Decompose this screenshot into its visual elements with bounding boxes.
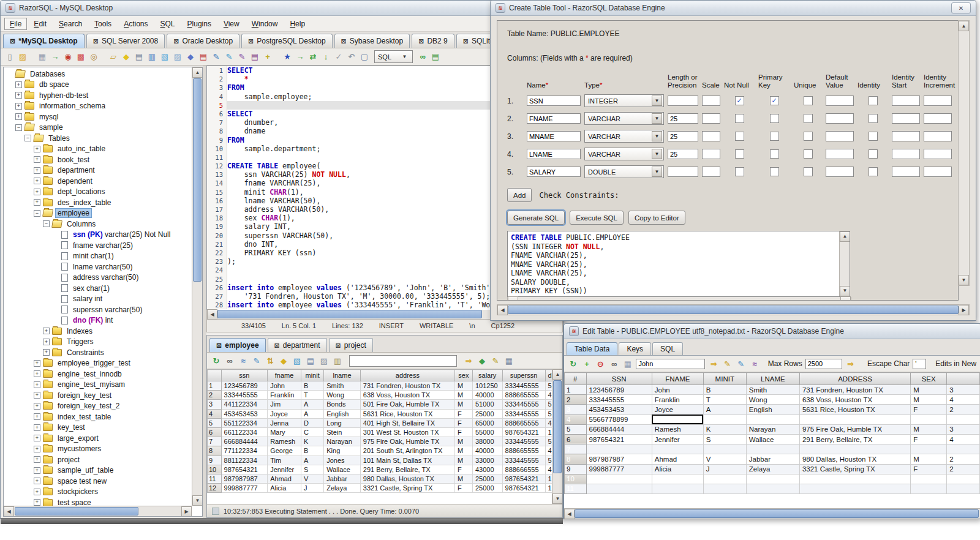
- key-icon[interactable]: +: [262, 51, 273, 62]
- table-row[interactable]: 45566778899: [565, 414, 980, 424]
- expand-icon[interactable]: +: [34, 467, 40, 474]
- identity-checkbox[interactable]: [869, 167, 878, 176]
- tree-item-project[interactable]: +project: [4, 454, 192, 465]
- unique-checkbox[interactable]: [804, 167, 813, 176]
- create-hscroll-thumb[interactable]: [508, 306, 959, 314]
- edit-cell[interactable]: M: [911, 385, 947, 395]
- copy-document-icon[interactable]: ▨: [172, 51, 183, 62]
- not-null-checkbox[interactable]: [735, 114, 744, 123]
- edit-cell[interactable]: [746, 474, 799, 484]
- edit-cell[interactable]: 291 Berry, Bellaire, TX: [799, 434, 910, 444]
- edit-cell[interactable]: Franklin: [652, 395, 703, 405]
- identity-start-input[interactable]: [892, 113, 920, 124]
- tab-close-icon[interactable]: ⊠: [463, 38, 469, 45]
- column-list-icon[interactable]: ▤: [305, 355, 316, 366]
- menu-item-tools[interactable]: Tools: [89, 18, 117, 30]
- escape-char-input[interactable]: [913, 359, 926, 369]
- edit-cell[interactable]: Zelaya: [746, 464, 799, 474]
- scroll-down-icon[interactable]: ▼: [552, 493, 562, 504]
- tree-item-sample[interactable]: −sample: [4, 122, 192, 133]
- results-column-header[interactable]: salary: [472, 370, 502, 381]
- not-null-checkbox[interactable]: [735, 167, 744, 176]
- tree-vscroll-thumb[interactable]: [193, 78, 202, 282]
- column-type-dropdown[interactable]: VARCHAR▼: [584, 148, 664, 160]
- row-number[interactable]: 8: [565, 454, 587, 464]
- unique-checkbox[interactable]: [804, 96, 813, 105]
- edit-cell[interactable]: 2: [947, 454, 980, 464]
- favorites-icon[interactable]: ★: [282, 51, 293, 62]
- tree-item-hyphen-db-test[interactable]: +hyphen-db-test: [4, 90, 192, 101]
- default-value-input[interactable]: [826, 131, 854, 141]
- expand-icon[interactable]: +: [34, 403, 40, 410]
- table-row[interactable]: 6987654321JenniferSWallace291 Berry, Bel…: [565, 434, 980, 444]
- close-icon[interactable]: ✕: [951, 2, 971, 13]
- edit-cell[interactable]: 3: [947, 385, 980, 395]
- identity-checkbox[interactable]: [869, 132, 878, 141]
- unique-checkbox[interactable]: [804, 132, 813, 141]
- tree-item-large_export[interactable]: +large_export: [4, 433, 192, 444]
- tree-item-key_test[interactable]: +key_test: [4, 422, 192, 433]
- tree-item-space[interactable]: +space test new: [4, 476, 192, 487]
- edit-titlebar[interactable]: ≋ Edit Table - PUBLIC.EMPLOYEE utf8_note…: [564, 324, 980, 339]
- copy-results-icon[interactable]: ▨: [318, 355, 330, 366]
- row-number[interactable]: 2: [565, 395, 587, 405]
- copy-to-editor-button[interactable]: Copy to Editor: [628, 211, 685, 225]
- expand-icon[interactable]: +: [34, 167, 40, 174]
- new-file-icon[interactable]: ▯: [4, 51, 15, 62]
- edit-cell[interactable]: 975 Fire Oak, Humble TX: [799, 424, 910, 434]
- refresh-icon[interactable]: ↻: [568, 358, 578, 369]
- connection-tab[interactable]: ⊠PostgreSQL Desktop: [241, 34, 333, 48]
- tree-item-Tables[interactable]: −Tables: [4, 133, 192, 144]
- edit-cell[interactable]: [911, 414, 947, 424]
- default-value-input[interactable]: [826, 149, 854, 159]
- menu-item-sql[interactable]: SQL: [155, 18, 181, 30]
- execute-sql-button[interactable]: Execute SQL: [570, 211, 624, 225]
- menu-item-search[interactable]: Search: [53, 18, 88, 30]
- menu-item-view[interactable]: View: [218, 18, 245, 30]
- primary-key-checkbox[interactable]: [770, 149, 779, 159]
- menu-item-actions[interactable]: Actions: [118, 18, 153, 30]
- column-type-dropdown[interactable]: DOUBLE▼: [584, 165, 664, 178]
- disconnect-icon[interactable]: ▩: [75, 51, 86, 62]
- tree-item-stockpickers[interactable]: +stockpickers: [4, 487, 192, 498]
- edit-cell[interactable]: [746, 444, 799, 454]
- tree-item-foreign_key_test[interactable]: +foreign_key_test: [4, 390, 192, 401]
- row-number[interactable]: 6: [565, 434, 587, 444]
- edit-cell[interactable]: S: [703, 434, 746, 444]
- edit-cell[interactable]: 3: [947, 424, 980, 434]
- sql-output-vertical-scrollbar[interactable]: ▲ ▼: [839, 231, 850, 296]
- column-name-input[interactable]: [527, 131, 581, 141]
- tree-vertical-scrollbar[interactable]: ▲ ▼: [192, 67, 202, 506]
- edit-column-header[interactable]: MINIT: [703, 373, 746, 385]
- edit-cell[interactable]: Ramesh: [652, 424, 703, 434]
- table-row[interactable]: 1123456789JohnBSmith731 Fondren, Houston…: [565, 385, 980, 395]
- primary-key-checkbox[interactable]: ✓: [770, 96, 779, 105]
- edit-results-icon[interactable]: ✎: [251, 355, 262, 366]
- view-glasses-icon[interactable]: ∞: [609, 358, 619, 369]
- results-column-header[interactable]: address: [360, 370, 454, 381]
- expand-icon[interactable]: +: [34, 199, 40, 206]
- identity-start-input[interactable]: [892, 167, 920, 177]
- edit-cell[interactable]: Joyce: [652, 405, 703, 414]
- menu-item-help[interactable]: Help: [284, 18, 311, 30]
- edit-cell[interactable]: M: [911, 395, 947, 405]
- row-list-icon[interactable]: ▤: [198, 51, 209, 62]
- scroll-up-icon[interactable]: ▲: [192, 67, 203, 78]
- identity-start-input[interactable]: [892, 131, 920, 141]
- edit-arrow-icon[interactable]: ✎: [736, 358, 746, 369]
- menu-item-file[interactable]: File: [4, 18, 27, 30]
- tab-close-icon[interactable]: ⊠: [216, 342, 222, 349]
- results-tab-department[interactable]: ⊠department: [268, 338, 327, 352]
- collapse-icon[interactable]: −: [24, 135, 31, 141]
- primary-key-checkbox[interactable]: [770, 114, 779, 123]
- edit-cell[interactable]: John: [652, 385, 703, 395]
- table-row[interactable]: 11: [565, 484, 980, 493]
- edit-cell[interactable]: 987654321: [586, 434, 652, 444]
- tree-item-book_test[interactable]: +book_test: [4, 154, 192, 165]
- expand-icon[interactable]: +: [34, 424, 40, 431]
- tree-item-auto_inc_table[interactable]: +auto_inc_table: [4, 144, 192, 155]
- edit-top-rows-icon[interactable]: ✎: [211, 51, 222, 62]
- edit-cell[interactable]: Jennifer: [652, 434, 703, 444]
- tree-item-foreign_key_test_2[interactable]: +foreign_key_test_2: [4, 401, 192, 412]
- row-number[interactable]: 4: [565, 414, 587, 424]
